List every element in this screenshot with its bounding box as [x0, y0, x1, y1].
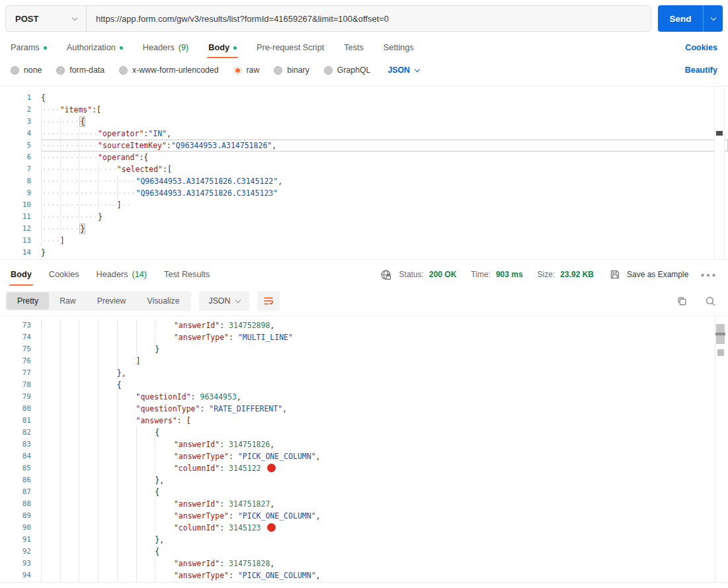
tab-authorization[interactable]: Authorization [67, 37, 123, 58]
search-response-button[interactable] [705, 296, 716, 307]
code-line-6[interactable]: 6············"operand":{ [0, 151, 728, 163]
copy-icon [676, 296, 688, 307]
send-button-group: Send [658, 5, 723, 32]
search-icon [705, 296, 716, 307]
code-line-7[interactable]: 7················"selected":[ [0, 163, 728, 175]
code-line-8[interactable]: 8····················"Q96344953.A3147518… [0, 175, 728, 187]
view-tab-pretty[interactable]: Pretty [7, 292, 49, 310]
indent-guide [117, 510, 136, 522]
tab-headers[interactable]: Headers(9) [143, 37, 188, 58]
response-tab-cookies[interactable]: Cookies [49, 263, 79, 286]
body-type-binary[interactable]: binary [274, 65, 309, 75]
indent-guide [60, 510, 79, 522]
code-line-1[interactable]: 1{ [0, 92, 728, 104]
view-tab-preview[interactable]: Preview [87, 292, 137, 310]
tab-tests[interactable]: Tests [344, 37, 364, 58]
indent-guide [60, 331, 79, 343]
code-line-76: 76 ] [0, 355, 728, 367]
indent-guide [98, 498, 117, 510]
body-type-x-www-form-urlencoded[interactable]: x-www-form-urlencoded [119, 65, 219, 75]
code-text: ········} [41, 223, 728, 235]
indent-guide [155, 450, 174, 462]
code-line-5[interactable]: 5············"sourceItemKey":"Q96344953.… [0, 140, 728, 151]
code-line-3[interactable]: 3········{ [0, 116, 728, 128]
tab-count-badge: (9) [179, 43, 189, 52]
code-text: "answerType": "PICK_ONE_COLUMN", [41, 569, 728, 581]
code-line-10[interactable]: 10················]·· [0, 199, 728, 211]
body-type-form-data[interactable]: form-data [56, 65, 104, 75]
tab-pre-request-script[interactable]: Pre-request Script [257, 37, 324, 58]
line-number: 9 [0, 187, 41, 199]
send-button[interactable]: Send [658, 5, 703, 32]
scrollbar-thumb[interactable] [716, 131, 723, 136]
view-mode-segmented-control: PrettyRawPreviewVisualize [5, 291, 191, 311]
indent-guide [136, 439, 155, 450]
indent-guide [117, 439, 136, 450]
indent-guide [117, 534, 136, 546]
request-language-select[interactable]: JSON [387, 65, 419, 75]
copy-response-button[interactable] [676, 296, 688, 307]
response-tab-test-results[interactable]: Test Results [164, 263, 210, 286]
response-tab-body[interactable]: Body [11, 263, 32, 286]
indent-guide [41, 343, 60, 355]
tab-body[interactable]: Body [208, 37, 237, 58]
token-key: "answerId" [174, 499, 220, 509]
send-options-button[interactable] [703, 5, 723, 32]
view-tab-raw[interactable]: Raw [49, 292, 87, 310]
method-selector[interactable]: POST [6, 6, 87, 31]
code-line-9[interactable]: 9····················"Q96344953.A3147518… [0, 187, 728, 199]
code-text: "columnId": 3145123 [41, 522, 728, 534]
code-line-2[interactable]: 2····"items":[ [0, 104, 728, 116]
indent-guide [79, 415, 98, 427]
wrap-lines-button[interactable] [257, 291, 280, 311]
response-tab-headers[interactable]: Headers(14) [97, 263, 147, 286]
indent-guide: ···· [60, 175, 79, 187]
indent-guide [98, 379, 117, 391]
indent-guide: ···· [41, 116, 60, 128]
line-number: 80 [0, 403, 41, 415]
save-as-example-button[interactable]: Save as Example [627, 270, 688, 279]
code-text: { [41, 427, 728, 439]
token-key: "answerId" [174, 559, 220, 568]
indent-guide [117, 474, 136, 486]
response-language-select[interactable]: JSON [199, 291, 249, 311]
code-text: ····] [41, 235, 728, 247]
indent-guide [117, 569, 136, 581]
request-body-editor[interactable]: 1{2····"items":[3········{4············"… [0, 88, 728, 259]
code-line-4[interactable]: 4············"operator":"IN", [0, 128, 728, 140]
token-str: "Q96344953.A314751826.C3145122" [136, 177, 278, 186]
more-options-button[interactable]: ●●● [700, 271, 717, 278]
beautify-link[interactable]: Beautify [685, 65, 717, 75]
indent-guide: ···· [79, 199, 98, 211]
code-line-79: 79 "questionId": 96344953, [0, 391, 728, 403]
code-line-84: 84 "answerType": "PICK_ONE_COLUMN", [0, 450, 728, 462]
indent-guide [117, 486, 136, 498]
line-number: 75 [0, 343, 41, 355]
view-tab-visualize[interactable]: Visualize [136, 292, 190, 310]
indent-guide [79, 367, 98, 379]
code-line-11[interactable]: 11············} [0, 211, 728, 223]
cookies-link[interactable]: Cookies [685, 43, 717, 52]
radio-label: GraphQL [337, 65, 371, 75]
url-text: https://app.form.com/gw/v3/results/list?… [96, 14, 389, 24]
tab-params[interactable]: Params [11, 37, 47, 58]
body-type-raw[interactable]: raw [233, 65, 260, 75]
body-type-graphql[interactable]: GraphQL [324, 65, 371, 75]
token-punc: { [117, 380, 122, 390]
indent-guide [60, 379, 79, 391]
indent-guide: ···· [98, 187, 117, 199]
code-line-13[interactable]: 13····] [0, 235, 728, 247]
code-line-14[interactable]: 14} [0, 247, 728, 259]
url-input[interactable]: https://app.form.com/gw/v3/results/list?… [87, 6, 651, 31]
indent-guide [155, 498, 174, 510]
indent-guide: ···· [41, 175, 60, 187]
response-body-viewer: 73 "answerId": 314752898,74 "answerType"… [0, 315, 728, 583]
tab-settings[interactable]: Settings [384, 37, 414, 58]
scrollbar-thumb[interactable] [716, 324, 725, 344]
body-type-none[interactable]: none [11, 65, 42, 75]
size-value: 23.92 KB [560, 270, 594, 279]
indent-guide [60, 546, 79, 558]
indent-guide [60, 522, 79, 534]
code-line-12[interactable]: 12········} [0, 223, 728, 235]
line-number: 79 [0, 391, 41, 403]
